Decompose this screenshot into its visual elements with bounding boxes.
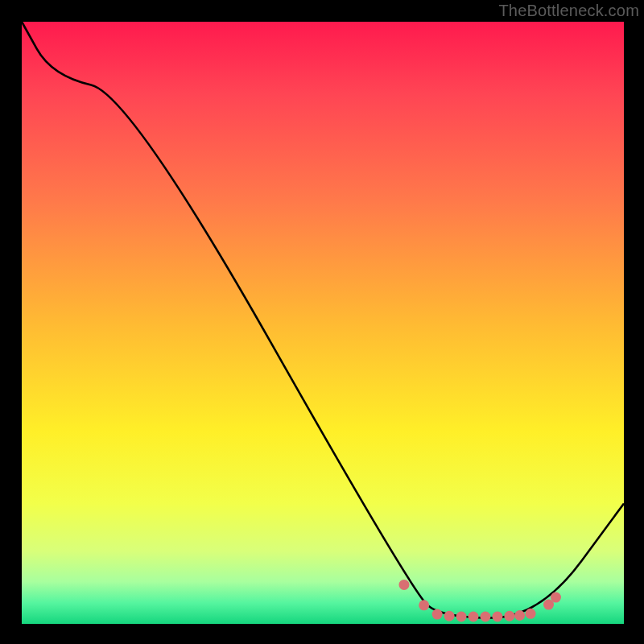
chart-container: TheBottleneck.com — [0, 0, 644, 644]
optimal-point — [444, 611, 455, 621]
optimal-point — [419, 600, 429, 610]
optimal-point — [514, 610, 525, 621]
optimal-point — [480, 612, 490, 622]
optimal-point — [526, 609, 536, 619]
optimal-point — [456, 612, 467, 622]
optimal-point — [504, 611, 514, 621]
bottleneck-chart — [0, 0, 644, 644]
optimal-point — [551, 592, 561, 603]
optimal-point — [432, 609, 443, 620]
optimal-point — [398, 580, 409, 590]
optimal-point — [492, 612, 502, 622]
optimal-point — [469, 612, 479, 622]
chart-background — [22, 22, 624, 624]
attribution-label: TheBottleneck.com — [498, 2, 639, 20]
